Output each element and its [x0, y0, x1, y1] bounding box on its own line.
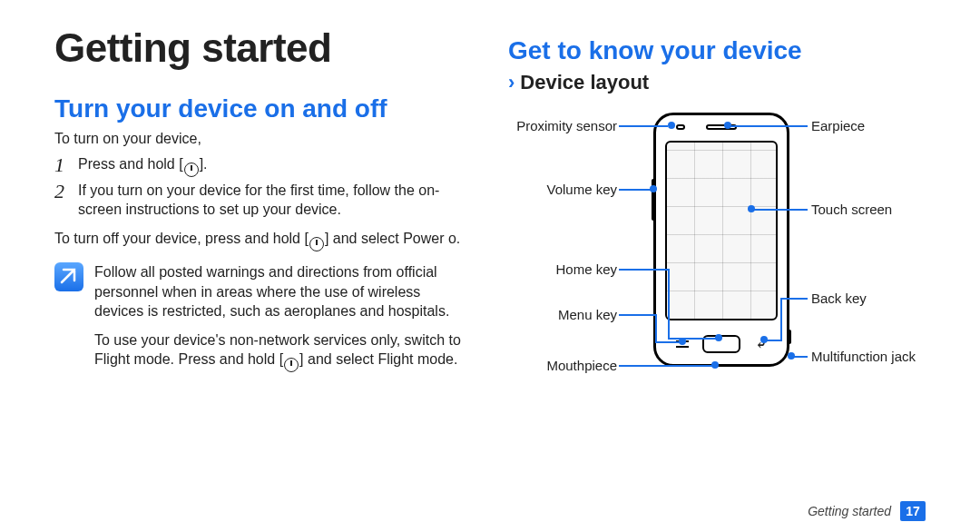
power-off-label: Power o [403, 231, 456, 246]
lead-line [619, 125, 668, 127]
note-block: Follow all posted warnings and direction… [54, 262, 472, 381]
step-2-body: If you turn on your device for the first… [78, 181, 472, 220]
heading-device-layout: ›Device layout [508, 71, 926, 94]
footer-chapter-label: Getting started [808, 504, 891, 518]
power-icon [184, 163, 199, 177]
lead-line [619, 189, 652, 191]
label-home: Home key [508, 261, 617, 277]
lead-line [619, 314, 655, 316]
note-paragraph-2: To use your device's non-network service… [94, 330, 472, 373]
two-column-layout: Getting started Turn your device on and … [54, 27, 926, 490]
label-volume: Volume key [508, 182, 617, 197]
lead-line [655, 314, 657, 341]
intro-turn-off: To turn off your device, press and hold … [54, 229, 472, 251]
callout-dot [711, 361, 719, 369]
turn-off-a: To turn off your device, press and hold … [54, 231, 309, 246]
lead-line [753, 209, 808, 211]
callout-dot [650, 185, 657, 192]
label-touch: Touch screen [811, 202, 892, 217]
label-proximity: Proximity sensor [508, 118, 617, 133]
label-menu: Menu key [508, 307, 617, 322]
power-icon [309, 237, 324, 251]
label-earpiece: Earpiece [811, 118, 865, 133]
note-body: Follow all posted warnings and direction… [94, 262, 472, 381]
callout-dot [724, 122, 731, 129]
note-paragraph-1: Follow all posted warnings and direction… [94, 262, 472, 321]
right-column: Get to know your device ›Device layout ⤶… [499, 27, 926, 490]
lead-line [766, 340, 782, 341]
lead-line [730, 125, 808, 127]
heading-turn-on-off: Turn your device on and off [54, 94, 472, 123]
note2-c: . [454, 351, 457, 367]
power-icon [284, 358, 299, 372]
turn-off-c: . [456, 231, 460, 246]
step-1-text-a: Press and hold [ [78, 156, 183, 172]
callout-dot [748, 205, 755, 212]
lead-line [780, 298, 782, 340]
flight-mode-label: Flight mode [377, 351, 454, 367]
callout-dot [760, 336, 768, 343]
step-number-2: 2 [54, 181, 78, 202]
left-column: Getting started Turn your device on and … [54, 27, 481, 490]
page-footer: Getting started 17 [808, 501, 926, 521]
label-back: Back key [811, 291, 867, 306]
lead-line [619, 365, 713, 367]
multifunction-jack-shape [787, 330, 791, 344]
lead-line [782, 298, 808, 300]
chapter-title: Getting started [54, 27, 472, 69]
label-mouthpiece: Mouthpiece [508, 358, 617, 373]
step-1: 1 Press and hold []. [54, 154, 472, 177]
callout-dot [668, 122, 675, 129]
note-icon [54, 262, 83, 291]
step-number-1: 1 [54, 154, 78, 176]
lead-line [668, 269, 670, 338]
proximity-sensor-shape [676, 124, 685, 130]
touch-screen-shape [665, 141, 778, 320]
device-diagram: ⤶ Proximity sensor Volume key Home key M… [508, 105, 926, 396]
note2-b: ] and select [299, 351, 377, 367]
heading-know-device: Get to know your device [508, 36, 926, 65]
step-1-text-b: ]. [200, 156, 208, 172]
page-number: 17 [900, 501, 926, 521]
lead-line [793, 356, 808, 358]
callout-dot [715, 334, 722, 341]
callout-dot [788, 352, 795, 360]
step-1-body: Press and hold []. [78, 154, 208, 177]
phone-outline: ⤶ [653, 113, 789, 367]
label-multijack: Multifunction jack [811, 349, 916, 364]
lead-line [619, 269, 668, 271]
chevron-icon: › [508, 71, 514, 94]
turn-off-b: ] and select [325, 231, 403, 246]
intro-turn-on: To turn on your device, [54, 129, 472, 149]
device-layout-label: Device layout [520, 71, 649, 94]
manual-page: Getting started Turn your device on and … [0, 0, 980, 532]
step-2: 2 If you turn on your device for the fir… [54, 181, 472, 220]
lead-line [655, 341, 681, 343]
lead-line [668, 338, 717, 340]
callout-dot [679, 338, 686, 345]
